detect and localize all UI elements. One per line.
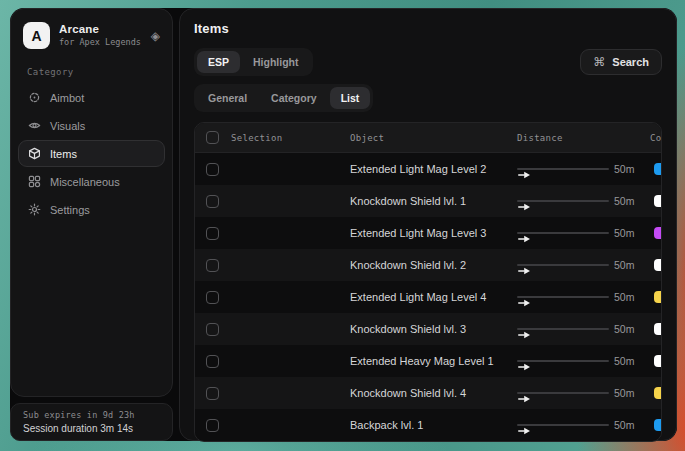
table-row: Extended Heavy Mag Level 1 50m (195, 345, 661, 377)
table-row: Backpack lvl. 1 50m (195, 409, 661, 441)
sidebar: A Arcane for Apex Legends ◈ Category Aim… (10, 8, 173, 397)
row-checkbox[interactable] (206, 291, 219, 304)
color-swatch[interactable] (654, 195, 662, 207)
distance-slider[interactable] (517, 389, 609, 397)
object-name: Knockdown Shield lvl. 1 (350, 195, 517, 207)
distance-value: 50m (614, 227, 654, 239)
slider-thumb-icon[interactable] (518, 261, 531, 279)
slider-thumb-icon[interactable] (518, 165, 531, 183)
table-row: Extended Light Mag Level 2 50m (195, 153, 661, 185)
slider-thumb-icon[interactable] (518, 389, 531, 407)
tab-category[interactable]: Category (260, 87, 328, 109)
distance-slider[interactable] (517, 421, 609, 429)
table-row: Knockdown Shield lvl. 2 50m (195, 249, 661, 281)
color-swatch[interactable] (654, 387, 662, 399)
tab-highlight[interactable]: Highlight (242, 51, 310, 73)
cube-icon (28, 147, 41, 160)
slider-thumb-icon[interactable] (518, 293, 531, 311)
sidebar-item-label: Settings (50, 204, 90, 216)
row-checkbox[interactable] (206, 195, 219, 208)
object-name: Extended Light Mag Level 3 (350, 227, 517, 239)
brand-name: Arcane (59, 23, 142, 36)
table-row: Knockdown Shield lvl. 4 50m (195, 377, 661, 409)
sub-expiry-text: Sub expires in 9d 23h (23, 410, 160, 420)
search-button-label: Search (612, 56, 649, 68)
object-name: Extended Light Mag Level 4 (350, 291, 517, 303)
color-swatch[interactable] (654, 163, 662, 175)
row-checkbox[interactable] (206, 259, 219, 272)
distance-value: 50m (614, 355, 654, 367)
column-header-distance: Distance (517, 133, 650, 143)
color-swatch[interactable] (654, 419, 662, 431)
row-checkbox[interactable] (206, 355, 219, 368)
row-checkbox[interactable] (206, 163, 219, 176)
distance-slider[interactable] (517, 357, 609, 365)
distance-value: 50m (614, 419, 654, 431)
brand-subtitle: for Apex Legends (59, 38, 142, 48)
sidebar-item-label: Visuals (50, 120, 85, 132)
sidebar-item-settings[interactable]: Settings (18, 196, 165, 223)
row-checkbox[interactable] (206, 387, 219, 400)
distance-slider[interactable] (517, 197, 609, 205)
distance-slider[interactable] (517, 325, 609, 333)
grid-icon (28, 175, 41, 188)
crosshair-icon (28, 91, 41, 104)
slider-thumb-icon[interactable] (518, 197, 531, 215)
distance-slider[interactable] (517, 261, 609, 269)
slider-thumb-icon[interactable] (518, 325, 531, 343)
eye-scan-icon (28, 119, 41, 132)
color-swatch[interactable] (654, 355, 662, 367)
slider-thumb-icon[interactable] (518, 357, 531, 375)
slider-thumb-icon[interactable] (518, 229, 531, 247)
distance-value: 50m (614, 259, 654, 271)
color-swatch[interactable] (654, 227, 662, 239)
sidebar-item-aimbot[interactable]: Aimbot (18, 84, 165, 111)
row-checkbox[interactable] (206, 227, 219, 240)
tab-esp[interactable]: ESP (197, 51, 240, 73)
distance-value: 50m (614, 163, 654, 175)
session-info-card: Sub expires in 9d 23h Session duration 3… (10, 403, 173, 441)
column-header-selection: Selection (231, 133, 350, 143)
object-name: Knockdown Shield lvl. 3 (350, 323, 517, 335)
sidebar-menu: AimbotVisualsItemsMiscellaneousSettings (11, 84, 172, 223)
slider-thumb-icon[interactable] (518, 421, 531, 439)
distance-slider[interactable] (517, 229, 609, 237)
select-all-checkbox[interactable] (206, 131, 219, 144)
mode-tab-group: ESPHighlight (194, 48, 313, 76)
object-name: Knockdown Shield lvl. 4 (350, 387, 517, 399)
distance-value: 50m (614, 291, 654, 303)
color-swatch[interactable] (654, 259, 662, 271)
distance-slider[interactable] (517, 165, 609, 173)
object-name: Extended Heavy Mag Level 1 (350, 355, 517, 367)
sidebar-item-label: Aimbot (50, 92, 84, 104)
sidebar-item-visuals[interactable]: Visuals (18, 112, 165, 139)
row-checkbox[interactable] (206, 323, 219, 336)
sidebar-item-miscellaneous[interactable]: Miscellaneous (18, 168, 165, 195)
object-name: Knockdown Shield lvl. 2 (350, 259, 517, 271)
sidebar-item-label: Items (50, 148, 77, 160)
row-checkbox[interactable] (206, 419, 219, 432)
column-header-color: Color (650, 133, 662, 143)
distance-value: 50m (614, 387, 654, 399)
sidebar-item-label: Miscellaneous (50, 176, 120, 188)
tab-general[interactable]: General (197, 87, 258, 109)
color-swatch[interactable] (654, 291, 662, 303)
pin-icon[interactable]: ◈ (151, 30, 160, 42)
sidebar-section-label: Category (11, 59, 172, 84)
distance-value: 50m (614, 195, 654, 207)
table-row: Knockdown Shield lvl. 1 50m (195, 185, 661, 217)
distance-slider[interactable] (517, 293, 609, 301)
session-duration-text: Session duration 3m 14s (23, 423, 160, 434)
table-body: Extended Light Mag Level 2 50m Knockdown… (195, 153, 661, 441)
sidebar-item-items[interactable]: Items (18, 140, 165, 167)
table-header: Selection Object Distance Color (195, 123, 661, 153)
view-tab-group: GeneralCategoryList (194, 84, 373, 112)
search-button[interactable]: ⌘ Search (580, 49, 662, 75)
app-window: A Arcane for Apex Legends ◈ Category Aim… (10, 8, 677, 441)
object-name: Backpack lvl. 1 (350, 419, 517, 431)
distance-value: 50m (614, 323, 654, 335)
gear-icon (28, 203, 41, 216)
color-swatch[interactable] (654, 323, 662, 335)
tab-list[interactable]: List (330, 87, 371, 109)
main-panel: Items ESPHighlight ⌘ Search GeneralCateg… (179, 8, 677, 441)
